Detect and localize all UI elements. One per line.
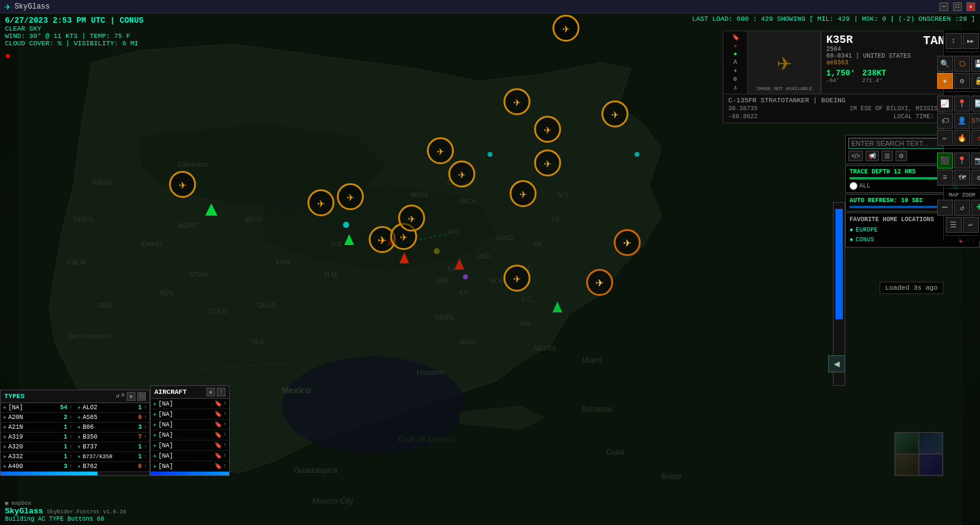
type-plane-icon: ✈ [3, 463, 6, 470]
maximize-button[interactable]: □ [953, 2, 962, 11]
aircraft-marker-13[interactable]: ✈ [508, 179, 538, 208]
refresh-types-icon[interactable]: ↺ [116, 392, 119, 401]
aircraft-list-row[interactable]: ✈ [NA] 🔖 ↑ [151, 420, 229, 430]
search-toolbar-button[interactable]: 🔍 [937, 56, 953, 72]
tag-toolbar-button[interactable]: 🏷 [937, 113, 953, 129]
aircraft-marker-16[interactable]: ✈ [502, 263, 532, 293]
user-toolbar-button[interactable]: 👤 [954, 113, 970, 129]
aircraft-marker-7[interactable]: ✈ [168, 170, 197, 199]
expand-toolbar-button[interactable]: ↕ [946, 33, 962, 49]
type-row-b762[interactable]: ✈ B762 6 ↑ [75, 462, 150, 472]
type-row-b06[interactable]: ✈ B06 3 ↑ [75, 423, 150, 432]
type-row-na[interactable]: ✈ [NA] 54 ↑ [1, 403, 75, 413]
type-row-as65[interactable]: ✈ AS65 6 ↑ [75, 413, 150, 423]
layers-toolbar-button[interactable]: ☰ [946, 217, 962, 233]
aircraft-marker-8[interactable]: ✈ [306, 188, 336, 217]
navigate-left-button[interactable]: ◀ [828, 355, 845, 372]
aircraft-marker-9[interactable]: ✈ [336, 182, 365, 211]
bookmark-icon[interactable]: 🔖 [732, 34, 739, 41]
map-tile-2[interactable] [919, 432, 943, 454]
type-row-a332[interactable]: ✈ A332 1 ↑ [1, 452, 75, 462]
type-row-a20n[interactable]: ✈ A20N 2 ↑ [1, 413, 75, 423]
trace-all-radio[interactable] [850, 182, 858, 190]
aircraft-marker-1[interactable]: ✈ [502, 87, 532, 116]
aircraft-list-row[interactable]: ✈ [NA] 🔖 ↑ [151, 399, 229, 409]
aircraft-list-row[interactable]: ✈ [NA] 🔖 ↑ [151, 409, 229, 420]
aircraft-list-row[interactable]: ✈ [NA] 🔖 ↑ [151, 440, 229, 451]
type-plane-icon: ✈ [78, 414, 81, 421]
list-search-button[interactable]: ☰ [881, 151, 893, 161]
svg-text:Guadalajara: Guadalajara [294, 466, 338, 475]
type-row-a319[interactable]: ✈ A319 1 ↑ [1, 432, 75, 442]
fav-conus-label: CONUS [856, 236, 954, 243]
arrow-back-button[interactable]: ↩ [963, 217, 979, 233]
svg-text:N.Y.: N.Y. [557, 191, 570, 198]
aircraft-list-row[interactable]: ✈ [NA] 🔖 ↑ [151, 461, 229, 472]
ac-row-bookmark[interactable]: 🔖 [214, 421, 222, 428]
settings-search-button[interactable]: ⚙ [895, 151, 907, 161]
zoom-plus-button[interactable]: + [971, 200, 981, 216]
fire-toolbar-button[interactable]: 🔥 [954, 130, 970, 146]
ac-row-bookmark[interactable]: 🔖 [214, 400, 222, 407]
type-row-b737k35r[interactable]: ✈ B737/K35R 1 ↑ [75, 452, 150, 462]
aircraft-special-button[interactable]: ✈ [937, 73, 953, 89]
type-row-alo2[interactable]: ✈ ALO2 1 ↑ [75, 403, 150, 413]
ac-row-bookmark[interactable]: 🔖 [214, 452, 222, 459]
audio-search-button[interactable]: 📢 [865, 151, 879, 161]
edit-toolbar-button[interactable]: ✏ [937, 130, 953, 146]
close-button[interactable]: ✕ [967, 2, 975, 11]
extra-button[interactable]: ▶▶ [963, 33, 979, 49]
map-pin-button[interactable]: 📍 [954, 153, 970, 168]
trace-all-option[interactable]: ALL [850, 182, 870, 190]
reload-toolbar-button[interactable]: 🔄 [971, 96, 981, 111]
user-id: ae0363 [826, 59, 911, 66]
list-toolbar-button[interactable]: ≡ [937, 170, 953, 186]
zoom-minus-button[interactable]: − [937, 200, 953, 216]
ac-row-bookmark[interactable]: 🔖 [214, 431, 222, 439]
type-row-a21n[interactable]: ✈ A21N 1 ↑ [1, 423, 75, 432]
type-row-b350[interactable]: ✈ B350 7 ↑ [75, 432, 150, 442]
settings-toolbar-button[interactable]: ⚙ [954, 73, 970, 89]
map2-toolbar-button[interactable]: 🗺 [954, 170, 970, 186]
type-row-a320[interactable]: ✈ A320 1 ↑ [1, 442, 75, 452]
pin-toolbar-button[interactable]: 📍 [954, 96, 970, 111]
minimize-button[interactable]: — [940, 2, 948, 11]
map-green-button[interactable]: ⬛ [937, 153, 953, 168]
settings3-toolbar-button[interactable]: ⚙ [971, 170, 981, 186]
camera-toolbar-button[interactable]: 📷 [971, 153, 981, 168]
type-row-b737[interactable]: ✈ B737 1 ↑ [75, 442, 150, 452]
resize-types-button[interactable]: ⬛ [137, 392, 146, 401]
aircraft-marker-14[interactable]: ✈ [612, 228, 642, 257]
expand-aclist-button[interactable]: ⊕ [206, 388, 215, 396]
map-tile-4[interactable] [919, 454, 943, 475]
map-tile-1[interactable] [895, 432, 919, 454]
svg-point-60 [434, 248, 440, 254]
aircraft-marker-15[interactable]: ✈ [585, 268, 614, 297]
zoom-refresh-button[interactable]: ↺ [954, 200, 970, 216]
aircraft-marker-17[interactable]: ✈ [447, 159, 477, 189]
green-dot-icon: ● [733, 51, 737, 58]
database-toolbar-button[interactable]: 💾 [971, 56, 981, 72]
filter-toolbar-button[interactable]: ⬡ [954, 56, 970, 72]
aircraft-list-row[interactable]: ✈ [NA] 🔖 ↑ [151, 451, 229, 461]
trend-toolbar-button[interactable]: 📈 [937, 96, 953, 111]
resize-aclist-button[interactable]: ↑ [217, 388, 225, 396]
code-search-button[interactable]: </> [848, 151, 863, 161]
aircraft-list-row[interactable]: ✈ [NA] 🔖 ↑ [151, 430, 229, 440]
aircraft-marker-2[interactable]: ✈ [533, 115, 562, 144]
ac-row-bookmark[interactable]: 🔖 [214, 442, 222, 449]
map-tile-3[interactable] [895, 454, 919, 475]
upload-toolbar-button[interactable]: 🔒 [971, 73, 981, 89]
filter-types-icon[interactable]: ≡ [121, 392, 125, 401]
aircraft-marker-3[interactable]: ✈ [600, 99, 630, 129]
type-row-a400[interactable]: ✈ A400 3 ↑ [1, 462, 75, 472]
x-icon[interactable]: ✕ [733, 42, 737, 50]
aircraft-marker-5[interactable]: ✈ [533, 148, 562, 178]
stop-toolbar-button[interactable]: STOP [971, 113, 981, 129]
aircraft-marker-6[interactable]: ✈ [551, 13, 581, 43]
ac-row-arrow: ↑ [224, 411, 227, 417]
alert-toolbar-button[interactable]: ⚠ [971, 130, 981, 146]
ac-row-bookmark[interactable]: 🔖 [214, 463, 222, 470]
expand-types-button[interactable]: ⊕ [127, 392, 135, 401]
ac-row-bookmark[interactable]: 🔖 [214, 410, 222, 418]
